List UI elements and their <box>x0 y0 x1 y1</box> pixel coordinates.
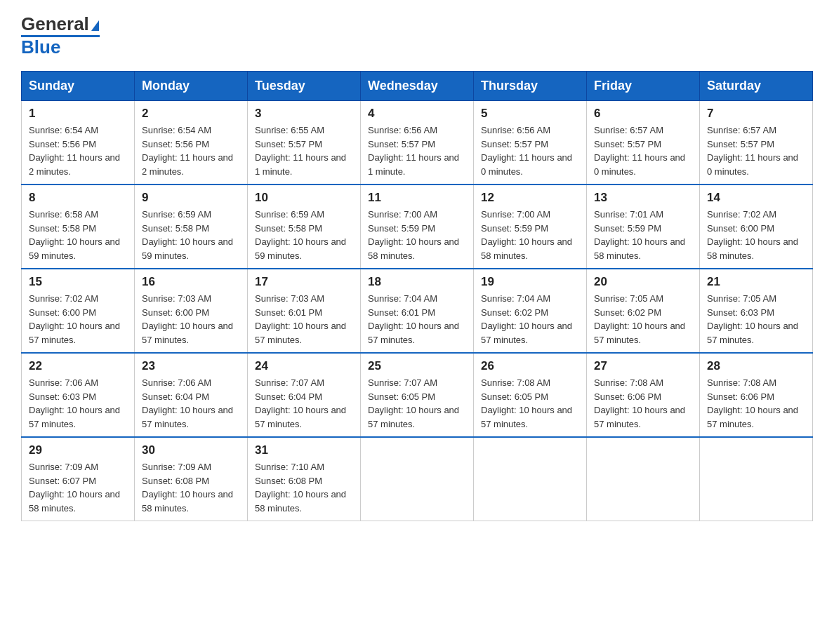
day-info: Sunrise: 7:07 AMSunset: 6:04 PMDaylight:… <box>255 377 346 429</box>
day-info: Sunrise: 7:04 AMSunset: 6:01 PMDaylight:… <box>368 293 459 345</box>
calendar-cell: 2 Sunrise: 6:54 AMSunset: 5:56 PMDayligh… <box>135 101 248 185</box>
day-number: 30 <box>142 443 240 457</box>
day-info: Sunrise: 7:01 AMSunset: 5:59 PMDaylight:… <box>594 209 685 261</box>
day-number: 13 <box>594 191 692 205</box>
day-info: Sunrise: 6:54 AMSunset: 5:56 PMDaylight:… <box>142 125 233 177</box>
logo-text: General <box>21 14 100 34</box>
calendar-cell: 22 Sunrise: 7:06 AMSunset: 6:03 PMDaylig… <box>22 353 135 437</box>
calendar-cell <box>474 437 587 521</box>
day-number: 25 <box>368 359 466 373</box>
calendar-cell: 10 Sunrise: 6:59 AMSunset: 5:58 PMDaylig… <box>248 185 361 269</box>
day-number: 27 <box>594 359 692 373</box>
day-number: 20 <box>594 275 692 289</box>
calendar-table: SundayMondayTuesdayWednesdayThursdayFrid… <box>21 71 813 521</box>
weekday-header-tuesday: Tuesday <box>248 72 361 101</box>
day-info: Sunrise: 7:03 AMSunset: 6:00 PMDaylight:… <box>142 293 233 345</box>
day-info: Sunrise: 7:03 AMSunset: 6:01 PMDaylight:… <box>255 293 346 345</box>
day-info: Sunrise: 6:59 AMSunset: 5:58 PMDaylight:… <box>142 209 233 261</box>
page-header: General Blue <box>21 14 813 57</box>
day-info: Sunrise: 7:06 AMSunset: 6:04 PMDaylight:… <box>142 377 233 429</box>
day-number: 22 <box>29 359 127 373</box>
day-info: Sunrise: 7:05 AMSunset: 6:03 PMDaylight:… <box>707 293 798 345</box>
day-number: 23 <box>142 359 240 373</box>
calendar-cell: 9 Sunrise: 6:59 AMSunset: 5:58 PMDayligh… <box>135 185 248 269</box>
day-info: Sunrise: 6:54 AMSunset: 5:56 PMDaylight:… <box>29 125 120 177</box>
weekday-header-friday: Friday <box>587 72 700 101</box>
calendar-cell: 29 Sunrise: 7:09 AMSunset: 6:07 PMDaylig… <box>22 437 135 521</box>
day-number: 26 <box>481 359 579 373</box>
calendar-cell <box>361 437 474 521</box>
day-number: 4 <box>368 107 466 121</box>
day-info: Sunrise: 6:58 AMSunset: 5:58 PMDaylight:… <box>29 209 120 261</box>
calendar-cell <box>700 437 813 521</box>
calendar-header-row: SundayMondayTuesdayWednesdayThursdayFrid… <box>22 72 813 101</box>
day-number: 24 <box>255 359 353 373</box>
calendar-week-row: 1 Sunrise: 6:54 AMSunset: 5:56 PMDayligh… <box>22 101 813 185</box>
day-number: 18 <box>368 275 466 289</box>
calendar-cell: 3 Sunrise: 6:55 AMSunset: 5:57 PMDayligh… <box>248 101 361 185</box>
day-number: 17 <box>255 275 353 289</box>
calendar-cell: 17 Sunrise: 7:03 AMSunset: 6:01 PMDaylig… <box>248 269 361 353</box>
day-info: Sunrise: 6:56 AMSunset: 5:57 PMDaylight:… <box>368 125 459 177</box>
calendar-cell: 27 Sunrise: 7:08 AMSunset: 6:06 PMDaylig… <box>587 353 700 437</box>
day-number: 2 <box>142 107 240 121</box>
weekday-header-thursday: Thursday <box>474 72 587 101</box>
day-info: Sunrise: 6:56 AMSunset: 5:57 PMDaylight:… <box>481 125 572 177</box>
calendar-cell: 18 Sunrise: 7:04 AMSunset: 6:01 PMDaylig… <box>361 269 474 353</box>
day-info: Sunrise: 7:05 AMSunset: 6:02 PMDaylight:… <box>594 293 685 345</box>
calendar-cell: 28 Sunrise: 7:08 AMSunset: 6:06 PMDaylig… <box>700 353 813 437</box>
calendar-cell: 26 Sunrise: 7:08 AMSunset: 6:05 PMDaylig… <box>474 353 587 437</box>
calendar-cell: 15 Sunrise: 7:02 AMSunset: 6:00 PMDaylig… <box>22 269 135 353</box>
day-info: Sunrise: 6:55 AMSunset: 5:57 PMDaylight:… <box>255 125 346 177</box>
day-number: 9 <box>142 191 240 205</box>
day-number: 5 <box>481 107 579 121</box>
day-info: Sunrise: 7:08 AMSunset: 6:06 PMDaylight:… <box>707 377 798 429</box>
day-info: Sunrise: 7:09 AMSunset: 6:07 PMDaylight:… <box>29 462 120 514</box>
day-info: Sunrise: 6:57 AMSunset: 5:57 PMDaylight:… <box>594 125 685 177</box>
calendar-cell: 12 Sunrise: 7:00 AMSunset: 5:59 PMDaylig… <box>474 185 587 269</box>
calendar-cell: 4 Sunrise: 6:56 AMSunset: 5:57 PMDayligh… <box>361 101 474 185</box>
day-number: 19 <box>481 275 579 289</box>
calendar-cell: 25 Sunrise: 7:07 AMSunset: 6:05 PMDaylig… <box>361 353 474 437</box>
day-number: 21 <box>707 275 805 289</box>
calendar-cell: 30 Sunrise: 7:09 AMSunset: 6:08 PMDaylig… <box>135 437 248 521</box>
calendar-cell: 20 Sunrise: 7:05 AMSunset: 6:02 PMDaylig… <box>587 269 700 353</box>
weekday-header-wednesday: Wednesday <box>361 72 474 101</box>
day-info: Sunrise: 7:08 AMSunset: 6:05 PMDaylight:… <box>481 377 572 429</box>
day-info: Sunrise: 7:00 AMSunset: 5:59 PMDaylight:… <box>481 209 572 261</box>
day-number: 31 <box>255 443 353 457</box>
calendar-cell: 5 Sunrise: 6:56 AMSunset: 5:57 PMDayligh… <box>474 101 587 185</box>
day-number: 16 <box>142 275 240 289</box>
calendar-cell: 16 Sunrise: 7:03 AMSunset: 6:00 PMDaylig… <box>135 269 248 353</box>
day-number: 29 <box>29 443 127 457</box>
day-info: Sunrise: 7:04 AMSunset: 6:02 PMDaylight:… <box>481 293 572 345</box>
day-info: Sunrise: 7:02 AMSunset: 6:00 PMDaylight:… <box>707 209 798 261</box>
day-number: 15 <box>29 275 127 289</box>
day-number: 6 <box>594 107 692 121</box>
calendar-cell: 11 Sunrise: 7:00 AMSunset: 5:59 PMDaylig… <box>361 185 474 269</box>
day-info: Sunrise: 7:10 AMSunset: 6:08 PMDaylight:… <box>255 462 346 514</box>
calendar-week-row: 29 Sunrise: 7:09 AMSunset: 6:07 PMDaylig… <box>22 437 813 521</box>
calendar-week-row: 8 Sunrise: 6:58 AMSunset: 5:58 PMDayligh… <box>22 185 813 269</box>
calendar-cell: 7 Sunrise: 6:57 AMSunset: 5:57 PMDayligh… <box>700 101 813 185</box>
weekday-header-monday: Monday <box>135 72 248 101</box>
calendar-cell: 1 Sunrise: 6:54 AMSunset: 5:56 PMDayligh… <box>22 101 135 185</box>
calendar-cell <box>587 437 700 521</box>
day-info: Sunrise: 7:08 AMSunset: 6:06 PMDaylight:… <box>594 377 685 429</box>
day-number: 1 <box>29 107 127 121</box>
day-number: 8 <box>29 191 127 205</box>
weekday-header-sunday: Sunday <box>22 72 135 101</box>
calendar-cell: 23 Sunrise: 7:06 AMSunset: 6:04 PMDaylig… <box>135 353 248 437</box>
calendar-cell: 6 Sunrise: 6:57 AMSunset: 5:57 PMDayligh… <box>587 101 700 185</box>
calendar-cell: 21 Sunrise: 7:05 AMSunset: 6:03 PMDaylig… <box>700 269 813 353</box>
day-number: 3 <box>255 107 353 121</box>
day-info: Sunrise: 7:02 AMSunset: 6:00 PMDaylight:… <box>29 293 120 345</box>
day-number: 12 <box>481 191 579 205</box>
day-info: Sunrise: 7:07 AMSunset: 6:05 PMDaylight:… <box>368 377 459 429</box>
day-number: 10 <box>255 191 353 205</box>
calendar-cell: 14 Sunrise: 7:02 AMSunset: 6:00 PMDaylig… <box>700 185 813 269</box>
day-number: 11 <box>368 191 466 205</box>
day-info: Sunrise: 7:00 AMSunset: 5:59 PMDaylight:… <box>368 209 459 261</box>
calendar-week-row: 22 Sunrise: 7:06 AMSunset: 6:03 PMDaylig… <box>22 353 813 437</box>
day-info: Sunrise: 6:57 AMSunset: 5:57 PMDaylight:… <box>707 125 798 177</box>
